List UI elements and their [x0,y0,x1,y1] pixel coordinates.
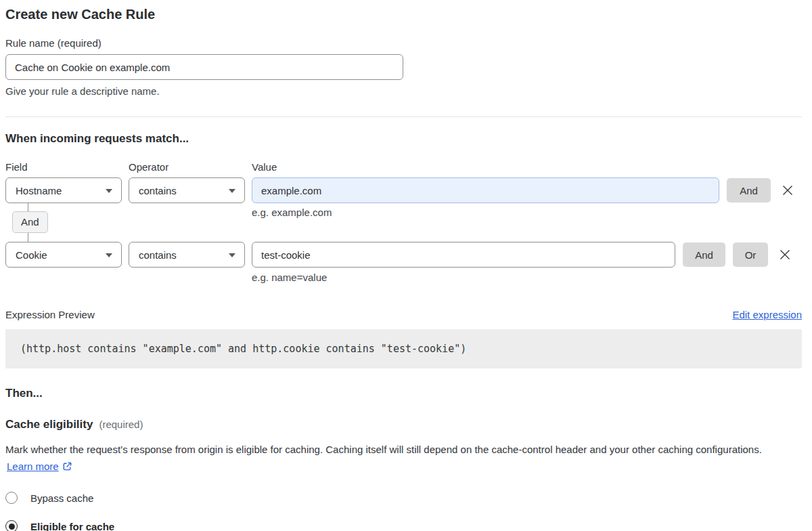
then-heading: Then... [5,386,802,401]
add-and-condition-button-row1[interactable]: And [727,178,771,203]
match-heading: When incoming requests match... [5,131,802,146]
remove-condition-button-row1[interactable] [779,178,796,203]
add-and-condition-button-row2[interactable]: And [683,242,725,267]
radio-unselected-icon[interactable] [5,492,18,504]
add-or-condition-button-row2[interactable]: Or [733,242,768,267]
radio-option-eligible-for-cache[interactable]: Eligible for cache [5,520,802,531]
value-input-row1[interactable] [252,177,719,203]
radio-selected-icon[interactable] [5,520,18,531]
operator-select-row2[interactable]: contains [129,242,245,268]
cache-eligibility-description: Mark whether the request’s response from… [5,441,782,476]
field-select-row1-value: Hostname [16,185,62,196]
description-text: Mark whether the request’s response from… [5,444,762,455]
external-link-icon [62,459,72,476]
section-divider [5,116,802,117]
value-input-row2[interactable] [252,242,675,268]
match-row: Hostname contains And [5,177,802,203]
field-select-row2-value: Cookie [16,249,47,261]
rule-name-input[interactable] [5,54,403,80]
radio-option-bypass-cache[interactable]: Bypass cache [5,492,802,504]
chevron-down-icon [229,189,235,193]
radio-label: Bypass cache [30,492,93,504]
expression-code-block: (http.host contains "example.com" and ht… [5,329,802,368]
radio-label: Eligible for cache [30,521,114,531]
cache-eligibility-header: Cache eligibility (required) [5,418,802,431]
value-column-label: Value [252,161,277,173]
chevron-down-icon [106,189,112,193]
rule-name-helper: Give your rule a descriptive name. [5,85,802,98]
required-note: (required) [99,419,143,430]
operator-column-label: Operator [129,161,252,173]
field-column-label: Field [5,161,129,173]
chevron-down-icon [106,253,112,257]
field-select-row1[interactable]: Hostname [5,177,122,203]
value-helper-row2: e.g. name=value [252,272,802,283]
expression-preview-label: Expression Preview [5,309,95,320]
value-helper-row1: e.g. example.com [252,207,332,218]
operator-select-row2-value: contains [139,249,177,261]
cache-eligibility-title: Cache eligibility [5,418,93,431]
rule-name-label: Rule name (required) [5,37,802,49]
operator-select-row1[interactable]: contains [129,177,245,203]
remove-condition-button-row2[interactable] [776,242,794,267]
connector-and-toggle[interactable]: And [12,211,48,233]
match-columns-header: Field Operator Value [5,161,802,173]
operator-select-row1-value: contains [139,185,177,196]
close-icon [782,184,794,196]
edit-expression-link[interactable]: Edit expression [732,309,802,320]
learn-more-link[interactable]: Learn more [7,461,59,472]
chevron-down-icon [229,253,235,257]
create-cache-rule-page: Create new Cache Rule Rule name (require… [0,0,812,531]
page-title: Create new Cache Rule [5,5,802,23]
condition-connector-zone: And e.g. example.com [5,203,802,242]
expression-preview-header: Expression Preview Edit expression [5,309,802,320]
close-icon [779,249,791,261]
match-row: Cookie contains And Or [5,242,802,268]
field-select-row2[interactable]: Cookie [5,242,122,268]
